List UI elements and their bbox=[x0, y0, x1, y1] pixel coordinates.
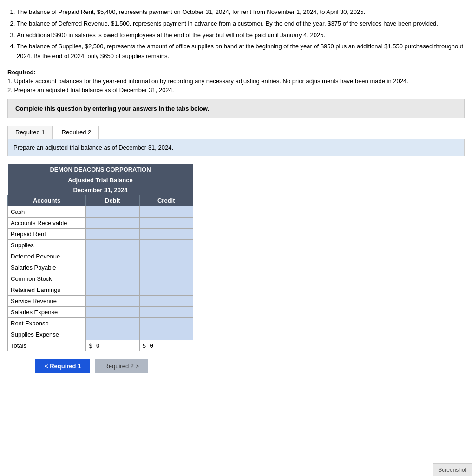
debit-cell-10[interactable] bbox=[86, 317, 140, 329]
debit-input-10[interactable] bbox=[89, 319, 137, 327]
table-row: Retained Earnings bbox=[8, 284, 193, 295]
debit-input-7[interactable] bbox=[89, 286, 137, 294]
table-row: Prepaid Rent bbox=[8, 228, 193, 239]
credit-input-6[interactable] bbox=[143, 275, 190, 283]
table-row: Common Stock bbox=[8, 273, 193, 284]
tabs-container: Required 1 Required 2 bbox=[7, 126, 465, 139]
debit-cell-9[interactable] bbox=[86, 306, 140, 317]
table-row: Accounts Receivable bbox=[8, 217, 193, 228]
credit-cell-7[interactable] bbox=[139, 284, 193, 295]
credit-input-7[interactable] bbox=[143, 286, 190, 294]
account-name-3: Supplies bbox=[8, 239, 86, 251]
credit-input-4[interactable] bbox=[143, 252, 190, 260]
debit-cell-1[interactable] bbox=[86, 217, 140, 228]
table-date: December 31, 2024 bbox=[8, 185, 193, 195]
table-row: Salaries Payable bbox=[8, 262, 193, 273]
debit-cell-11[interactable] bbox=[86, 329, 140, 340]
account-name-10: Rent Expense bbox=[8, 317, 86, 329]
debit-cell-2[interactable] bbox=[86, 228, 140, 239]
debit-cell-7[interactable] bbox=[86, 284, 140, 295]
credit-cell-3[interactable] bbox=[139, 239, 193, 251]
debit-cell-4[interactable] bbox=[86, 251, 140, 262]
credit-cell-1[interactable] bbox=[139, 217, 193, 228]
account-name-2: Prepaid Rent bbox=[8, 228, 86, 239]
totals-row: Totals$ 0$ 0 bbox=[8, 340, 193, 351]
debit-input-4[interactable] bbox=[89, 252, 137, 260]
screenshot-bar: Screenshot bbox=[433, 463, 472, 476]
debit-cell-8[interactable] bbox=[86, 295, 140, 306]
table-row: Cash bbox=[8, 206, 193, 217]
table-row: Supplies Expense bbox=[8, 329, 193, 340]
instruction-item-4: The balance of Supplies, $2,500, represe… bbox=[17, 42, 465, 61]
account-name-0: Cash bbox=[8, 206, 86, 217]
forward-button[interactable]: Required 2 > bbox=[95, 359, 148, 373]
instructions-section: The balance of Prepaid Rent, $5,400, rep… bbox=[7, 7, 465, 61]
credit-cell-9[interactable] bbox=[139, 306, 193, 317]
credit-cell-8[interactable] bbox=[139, 295, 193, 306]
debit-input-3[interactable] bbox=[89, 241, 137, 249]
required-item-2: 2. Prepare an adjusted trial balance as … bbox=[7, 86, 465, 93]
credit-cell-2[interactable] bbox=[139, 228, 193, 239]
credit-cell-11[interactable] bbox=[139, 329, 193, 340]
table-row: Salaries Expense bbox=[8, 306, 193, 317]
screenshot-label: Screenshot bbox=[438, 467, 466, 473]
debit-cell-0[interactable] bbox=[86, 206, 140, 217]
required-section: Required: 1. Update account balances for… bbox=[7, 69, 465, 93]
account-name-5: Salaries Payable bbox=[8, 262, 86, 273]
instruction-item-3: An additional $600 in salaries is owed t… bbox=[17, 31, 465, 40]
tab-required-1[interactable]: Required 1 bbox=[7, 126, 53, 139]
credit-input-11[interactable] bbox=[143, 331, 190, 338]
col-header-debit: Debit bbox=[86, 195, 140, 206]
account-name-9: Salaries Expense bbox=[8, 306, 86, 317]
required-heading: Required: bbox=[7, 69, 36, 76]
credit-input-9[interactable] bbox=[143, 308, 190, 316]
credit-cell-4[interactable] bbox=[139, 251, 193, 262]
account-name-1: Accounts Receivable bbox=[8, 217, 86, 228]
debit-input-6[interactable] bbox=[89, 275, 137, 283]
debit-input-11[interactable] bbox=[89, 331, 137, 338]
instruction-item-1: The balance of Prepaid Rent, $5,400, rep… bbox=[17, 7, 465, 17]
credit-input-3[interactable] bbox=[143, 241, 190, 249]
credit-cell-10[interactable] bbox=[139, 317, 193, 329]
table-row: Service Revenue bbox=[8, 295, 193, 306]
debit-cell-6[interactable] bbox=[86, 273, 140, 284]
table-row: Rent Expense bbox=[8, 317, 193, 329]
tab-required-2[interactable]: Required 2 bbox=[54, 126, 99, 139]
instruction-box: Complete this question by entering your … bbox=[7, 99, 465, 118]
debit-input-9[interactable] bbox=[89, 308, 137, 316]
credit-cell-5[interactable] bbox=[139, 262, 193, 273]
debit-input-0[interactable] bbox=[89, 208, 137, 216]
credit-input-1[interactable] bbox=[143, 219, 190, 227]
tab-content-description: Prepare an adjusted trial balance as of … bbox=[7, 139, 465, 156]
account-name-4: Deferred Revenue bbox=[8, 251, 86, 262]
debit-input-8[interactable] bbox=[89, 297, 137, 305]
credit-input-2[interactable] bbox=[143, 230, 190, 238]
credit-input-10[interactable] bbox=[143, 319, 190, 327]
table-row: Supplies bbox=[8, 239, 193, 251]
credit-cell-0[interactable] bbox=[139, 206, 193, 217]
back-button[interactable]: < Required 1 bbox=[35, 359, 90, 373]
credit-input-5[interactable] bbox=[143, 264, 190, 271]
credit-input-8[interactable] bbox=[143, 297, 190, 305]
debit-cell-5[interactable] bbox=[86, 262, 140, 273]
account-name-8: Service Revenue bbox=[8, 295, 86, 306]
credit-cell-6[interactable] bbox=[139, 273, 193, 284]
table-title: Adjusted Trial Balance bbox=[8, 175, 193, 185]
account-name-6: Common Stock bbox=[8, 273, 86, 284]
debit-cell-3[interactable] bbox=[86, 239, 140, 251]
debit-input-2[interactable] bbox=[89, 230, 137, 238]
account-name-11: Supplies Expense bbox=[8, 329, 86, 340]
required-item-1: 1. Update account balances for the year-… bbox=[7, 78, 465, 85]
col-header-accounts: Accounts bbox=[8, 195, 86, 206]
account-name-7: Retained Earnings bbox=[8, 284, 86, 295]
company-name: DEMON DEACONS CORPORATION bbox=[8, 164, 193, 175]
totals-credit: $ 0 bbox=[139, 340, 193, 351]
totals-debit: $ 0 bbox=[86, 340, 140, 351]
table-row: Deferred Revenue bbox=[8, 251, 193, 262]
debit-input-1[interactable] bbox=[89, 219, 137, 227]
nav-buttons: < Required 1 Required 2 > bbox=[7, 359, 465, 373]
credit-input-0[interactable] bbox=[143, 208, 190, 216]
debit-input-5[interactable] bbox=[89, 264, 137, 271]
instruction-item-2: The balance of Deferred Revenue, $1,500,… bbox=[17, 19, 465, 29]
trial-balance-table: DEMON DEACONS CORPORATION Adjusted Trial… bbox=[7, 164, 193, 351]
